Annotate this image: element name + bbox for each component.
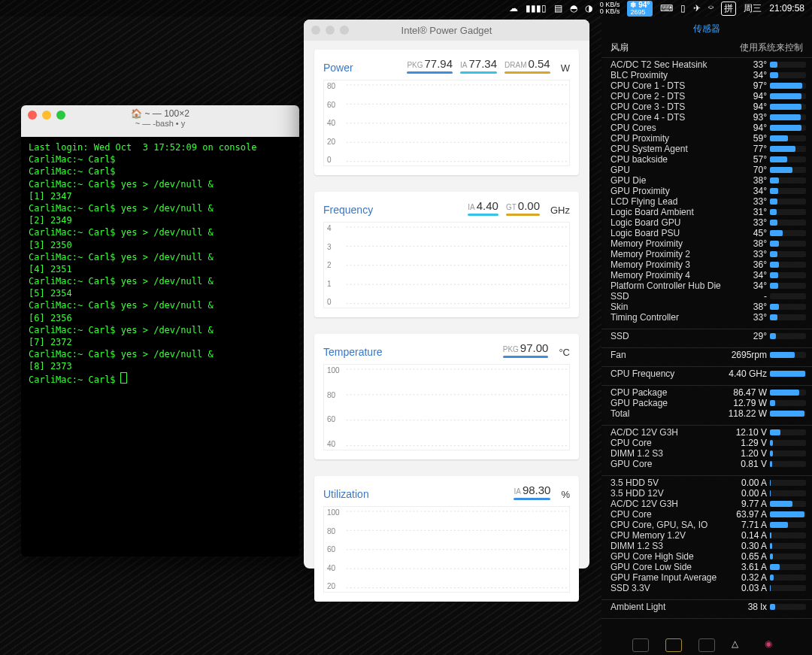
terminal-content[interactable]: Last login: Wed Oct 3 17:52:09 on consol… bbox=[21, 137, 299, 390]
sensor-label: CPU Package bbox=[611, 387, 725, 398]
temp-row: CPU System Agent77° bbox=[601, 144, 812, 154]
terminal-window[interactable]: 🏠 ~ — 100×2 ~ — -bash • y Last login: We… bbox=[21, 105, 299, 556]
temp-row: AC/DC T2 Sec Heatsink33° bbox=[601, 59, 812, 70]
temp-row: Platform Controller Hub Die34° bbox=[601, 280, 812, 291]
sensor-label: AC/DC T2 Sec Heatsink bbox=[611, 59, 725, 70]
sensor-value: 57° bbox=[725, 154, 770, 165]
sidebar-bottom-icons[interactable]: △ ◉ bbox=[601, 638, 812, 652]
memory-tab-icon[interactable] bbox=[698, 638, 715, 652]
input-method[interactable]: 拼 bbox=[721, 2, 736, 16]
pg-card-temperature: TemperaturePKG97.00°C100806040 bbox=[314, 334, 579, 459]
cpu-tab-icon[interactable] bbox=[632, 638, 649, 652]
terminal-titlebar[interactable]: 🏠 ~ — 100×2 ~ — -bash • y bbox=[21, 105, 299, 137]
sensor-value: 93° bbox=[725, 112, 770, 123]
cloud-icon[interactable]: ☁︎ bbox=[509, 3, 518, 14]
sensor-bar bbox=[770, 333, 806, 339]
battery-icon[interactable]: ▮▮▮▯ bbox=[526, 3, 547, 14]
pg-card-title: Utilization bbox=[323, 488, 369, 500]
pg-reading-ia: IA4.40 bbox=[468, 199, 498, 216]
sensor-label: CPU Core 3 - DTS bbox=[611, 102, 725, 112]
sensor-label: GPU Core Low Side bbox=[611, 562, 725, 572]
wifi-icon[interactable]: ⌔ bbox=[708, 3, 714, 14]
temp-row: Logic Board Ambient31° bbox=[601, 207, 812, 217]
sensor-value: 0.30 A bbox=[725, 541, 770, 551]
pg-titlebar[interactable]: Intel® Power Gadget bbox=[304, 20, 589, 41]
temp-row: Memory Proximity38° bbox=[601, 238, 812, 249]
power-gadget-window[interactable]: Intel® Power Gadget PowerPKG77.94IA77.34… bbox=[304, 20, 589, 569]
sensor-bar bbox=[770, 390, 806, 396]
sensor-bar bbox=[770, 450, 806, 456]
sensor-value: 4.40 GHz bbox=[725, 368, 770, 379]
istat-sidebar[interactable]: 传感器 风扇 使用系统来控制 AC/DC T2 Sec Heatsink33°B… bbox=[601, 17, 812, 655]
sensor-bar bbox=[770, 304, 806, 310]
pg-card-readings: IA98.30% bbox=[514, 484, 570, 500]
sensor-label: SSD 3.3V bbox=[611, 583, 725, 593]
sensor-value: 0.65 A bbox=[725, 551, 770, 562]
sensor-bar bbox=[770, 564, 806, 570]
sensors-tab-icon[interactable]: ◉ bbox=[765, 638, 781, 652]
sensor-bar bbox=[770, 283, 806, 289]
sidebar-tab-sensors[interactable]: 传感器 bbox=[601, 21, 812, 38]
minimize-icon[interactable] bbox=[42, 111, 51, 120]
fan-badge[interactable]: ❄︎ 94° 2695 bbox=[627, 1, 653, 17]
fan-row: Fan2695rpm bbox=[601, 350, 812, 360]
screen-icon[interactable]: ▤ bbox=[554, 3, 562, 14]
close-icon[interactable] bbox=[28, 111, 37, 120]
sensor-value: 38° bbox=[725, 175, 770, 186]
sensor-bar bbox=[770, 167, 806, 173]
pg-reading-pkg: PKG77.94 bbox=[407, 57, 453, 74]
sensor-value: 33° bbox=[725, 249, 770, 259]
sensor-value: 2695rpm bbox=[725, 350, 770, 360]
fan-control-mode[interactable]: 使用系统来控制 bbox=[740, 41, 803, 54]
keyboard-icon[interactable]: ⌨︎ bbox=[660, 3, 673, 14]
sensor-label: Timing Controller bbox=[611, 312, 725, 323]
sensor-bar bbox=[770, 114, 806, 120]
temp-row: CPU Core 4 - DTS93° bbox=[601, 112, 812, 123]
close-icon[interactable] bbox=[311, 26, 320, 35]
sensor-bar bbox=[770, 490, 806, 496]
temp-row: CPU Cores94° bbox=[601, 123, 812, 133]
minimize-icon[interactable] bbox=[326, 26, 335, 35]
sensor-bar bbox=[770, 199, 806, 205]
sensor-bar bbox=[770, 62, 806, 68]
zoom-icon[interactable] bbox=[340, 26, 349, 35]
sensor-value: 38° bbox=[725, 238, 770, 249]
sensor-bar bbox=[770, 272, 806, 278]
amp-row: AC/DC 12V G3H9.77 A bbox=[601, 499, 812, 509]
network-rates[interactable]: 0 KB/s 0 KB/s bbox=[600, 2, 620, 15]
sensor-label: Memory Proximity 3 bbox=[611, 259, 725, 270]
pg-card-utilization: UtilizationIA98.30%10080604020 bbox=[314, 476, 579, 602]
sensor-value: 38 lx bbox=[725, 602, 770, 612]
amp-row: 3.5 HDD 5V0.00 A bbox=[601, 478, 812, 488]
sensor-value: 3.61 A bbox=[725, 562, 770, 572]
sensor-value: 94° bbox=[725, 102, 770, 112]
telegram-icon[interactable]: ✈︎ bbox=[693, 3, 701, 14]
sensor-label: AC/DC 12V G3H bbox=[611, 427, 725, 438]
pg-card-frequency: FrequencyIA4.40GT0.00GHz43210 bbox=[314, 192, 579, 317]
sensor-value: 36° bbox=[725, 259, 770, 270]
temp-row: CPU Proximity59° bbox=[601, 133, 812, 144]
sensor-label: SSD bbox=[611, 291, 725, 302]
disk-icon[interactable]: ◓ bbox=[570, 3, 577, 14]
sensor-bar bbox=[770, 83, 806, 89]
sensor-bar bbox=[770, 522, 806, 528]
sensor-value: 31° bbox=[725, 207, 770, 217]
temp-row: SSD- bbox=[601, 291, 812, 302]
sensor-label: Skin bbox=[611, 302, 725, 312]
phone-battery-icon[interactable]: ▯ bbox=[680, 3, 686, 14]
sensor-label: GPU Package bbox=[611, 398, 725, 408]
zoom-icon[interactable] bbox=[56, 111, 65, 120]
sensor-value: 94° bbox=[725, 91, 770, 102]
sensor-label: CPU Core bbox=[611, 509, 725, 520]
network-tab-icon[interactable]: △ bbox=[732, 638, 748, 652]
circle-icon[interactable]: ◑ bbox=[585, 3, 592, 14]
gpu-tab-icon[interactable] bbox=[665, 638, 682, 652]
sensor-bar bbox=[770, 543, 806, 549]
volt-row: CPU Core1.29 V bbox=[601, 438, 812, 448]
sensor-label: Platform Controller Hub Die bbox=[611, 280, 725, 291]
sensor-bar bbox=[770, 188, 806, 194]
sensor-value: 70° bbox=[725, 165, 770, 175]
sensor-value: 7.71 A bbox=[725, 520, 770, 530]
sensor-label: Memory Proximity bbox=[611, 238, 725, 249]
sensor-bar bbox=[770, 209, 806, 215]
